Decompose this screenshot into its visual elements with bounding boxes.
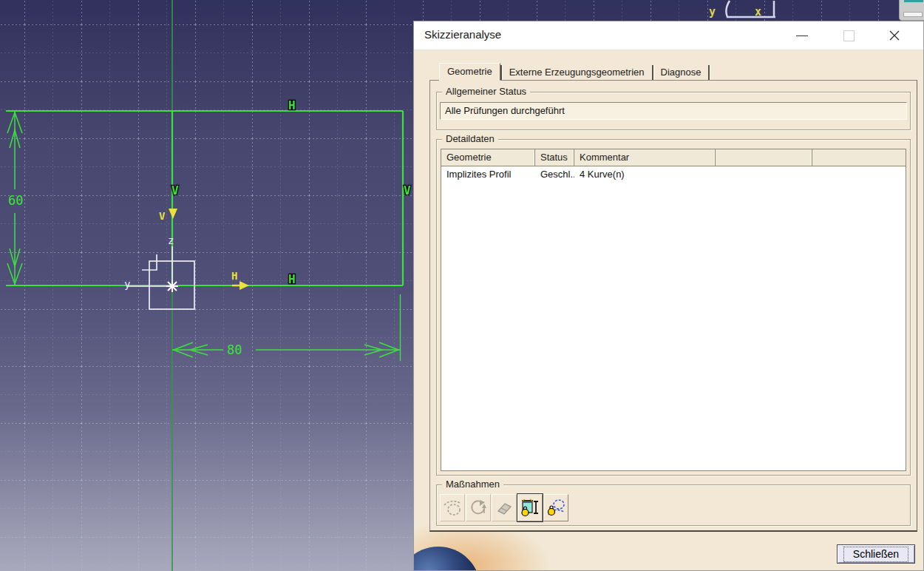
close-geometry-icon <box>469 498 489 518</box>
svg-text:H: H <box>231 270 237 282</box>
svg-text:H: H <box>288 98 296 112</box>
background-window-fragment <box>899 0 924 21</box>
hide-construction-geometry-icon <box>546 498 566 518</box>
close-geometry-button <box>466 494 491 521</box>
svg-text:y: y <box>709 5 716 18</box>
z-axis-label: z <box>168 234 174 246</box>
minimize-button[interactable] <box>787 21 820 50</box>
column-header-geometrie[interactable]: Geometrie <box>441 149 535 166</box>
dimension-height-value[interactable]: 60 <box>8 193 23 208</box>
close-dialog-label: Schließen <box>843 547 908 562</box>
column-header-empty <box>812 149 906 166</box>
erase-button <box>492 494 517 521</box>
general-status-label: Allgemeiner Status <box>442 86 530 97</box>
column-header-empty <box>716 149 812 166</box>
general-status-group: Allgemeiner Status Alle Prüfungen durchg… <box>436 92 911 130</box>
y-axis-label: y <box>124 278 130 290</box>
dimension-width-value[interactable]: 80 <box>227 342 242 357</box>
actions-label: Maßnahmen <box>442 479 503 490</box>
hide-construction-geometry-button[interactable] <box>543 494 568 521</box>
cell-empty <box>812 166 906 183</box>
maximize-button <box>834 21 866 50</box>
svg-text:V: V <box>159 210 166 222</box>
erase-icon <box>495 498 514 518</box>
tab-diagnose[interactable]: Diagnose <box>653 64 709 81</box>
general-status-field: Alle Prüfungen durchgeführt <box>440 102 907 120</box>
svg-text:V: V <box>404 183 411 197</box>
minimize-icon <box>796 36 808 36</box>
fragment-slot <box>903 12 923 17</box>
close-icon <box>889 30 900 41</box>
tab-externe-erzeugungsgeometrien[interactable]: Externe Erzeugungsgeometrien <box>502 64 652 81</box>
dialog-title: Skizzieranalyse <box>424 28 501 41</box>
actions-toolbar <box>440 494 569 521</box>
detail-table-header: Geometrie Status Kommentar <box>441 149 906 166</box>
table-row[interactable]: Implizites Profil Geschl... 4 Kurve(n) <box>441 166 906 183</box>
tab-page-geometrie: Allgemeiner Status Alle Prüfungen durchg… <box>429 80 917 532</box>
tab-geometrie[interactable]: Geometrie <box>439 63 500 81</box>
cell-empty <box>716 166 812 183</box>
column-header-status[interactable]: Status <box>535 149 574 166</box>
construction-element-button <box>440 494 465 521</box>
detail-table[interactable]: Geometrie Status Kommentar Implizites Pr… <box>441 149 906 471</box>
cell-kommentar: 4 Kurve(n) <box>574 166 716 183</box>
fragment-teal-bar <box>904 0 923 2</box>
cell-geometrie: Implizites Profil <box>441 166 535 183</box>
maximize-icon <box>843 30 855 41</box>
actions-group: Maßnahmen <box>436 484 911 526</box>
column-header-kommentar[interactable]: Kommentar <box>574 149 716 166</box>
hide-constraints-icon <box>520 498 540 518</box>
svg-text:x: x <box>755 5 761 18</box>
dialog-titlebar[interactable]: Skizzieranalyse <box>414 21 923 50</box>
tab-bar: Geometrie Externe Erzeugungsgeometrien D… <box>439 64 710 81</box>
cell-status: Geschl... <box>535 166 574 183</box>
svg-text:V: V <box>171 183 179 197</box>
detail-table-body: Implizites Profil Geschl... 4 Kurve(n) <box>441 166 906 470</box>
detail-data-label: Detaildaten <box>442 133 498 144</box>
construction-element-icon <box>443 498 463 518</box>
hide-constraints-button[interactable] <box>517 494 543 521</box>
close-window-button[interactable] <box>880 21 912 50</box>
catia-sketcher-screen: 60 80 V H H H V V <box>0 0 924 571</box>
close-dialog-button[interactable]: Schließen <box>837 544 915 564</box>
detail-data-group: Detaildaten Geometrie Status Kommentar I… <box>436 139 911 476</box>
tab-separator <box>708 65 710 80</box>
sketch-analysis-dialog: Skizzieranalyse Geometrie Externe Erzeug… <box>413 21 924 571</box>
origin-point-icon[interactable] <box>166 280 178 292</box>
svg-text:H: H <box>288 272 296 286</box>
